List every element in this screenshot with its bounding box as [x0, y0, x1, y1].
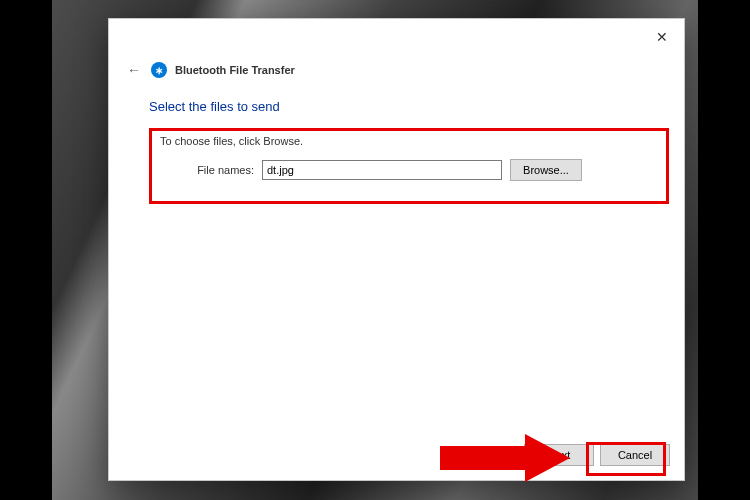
- instruction-text: To choose files, click Browse.: [160, 135, 658, 147]
- back-button[interactable]: ←: [125, 61, 143, 79]
- browse-button[interactable]: Browse...: [510, 159, 582, 181]
- close-button[interactable]: ✕: [650, 25, 674, 49]
- dialog-header: ← ∗ Bluetooth File Transfer: [125, 61, 295, 79]
- file-names-label: File names:: [192, 164, 254, 176]
- letterbox-left: [0, 0, 52, 500]
- next-button[interactable]: Next: [524, 444, 594, 466]
- window-title: Bluetooth File Transfer: [175, 64, 295, 76]
- dialog-footer: Next Cancel: [524, 444, 670, 466]
- highlight-box-file-section: To choose files, click Browse. File name…: [149, 128, 669, 204]
- close-icon: ✕: [656, 29, 668, 45]
- file-names-input[interactable]: [262, 160, 502, 180]
- letterbox-right: [698, 0, 750, 500]
- dialog-window: ✕ ← ∗ Bluetooth File Transfer Select the…: [108, 18, 685, 481]
- page-subtitle: Select the files to send: [149, 99, 280, 114]
- cancel-button[interactable]: Cancel: [600, 444, 670, 466]
- back-arrow-icon: ←: [127, 62, 141, 78]
- bluetooth-icon: ∗: [151, 62, 167, 78]
- file-input-row: File names: Browse...: [160, 159, 658, 181]
